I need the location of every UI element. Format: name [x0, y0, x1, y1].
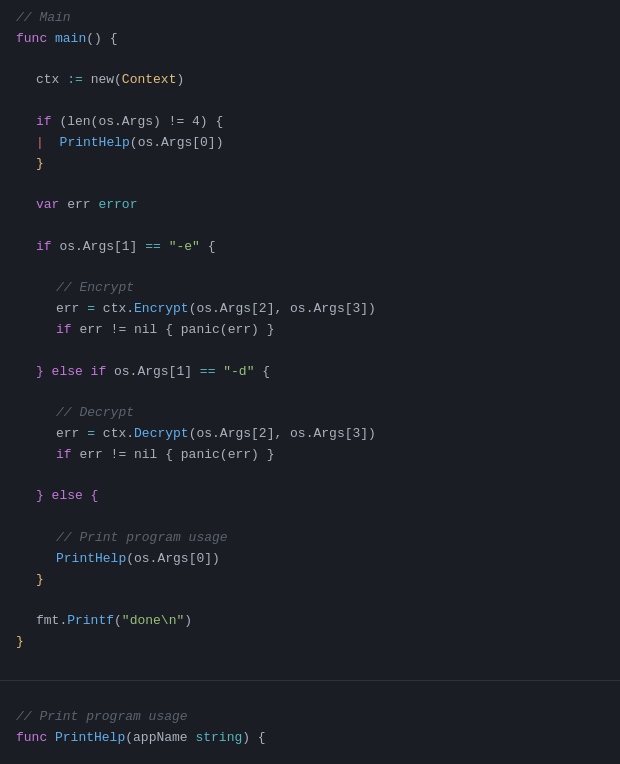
token: Printf — [67, 611, 114, 632]
token: := — [67, 70, 83, 91]
token: // Encrypt — [56, 278, 134, 299]
code-editor: // Mainfunc main() {ctx := new(Context)i… — [0, 0, 620, 764]
token: err != nil { panic(err) } — [79, 320, 274, 341]
token: os.Args[1] — [59, 237, 137, 258]
token: string — [195, 728, 242, 749]
section-divider — [0, 680, 620, 681]
token: == — [192, 362, 223, 383]
token: } else { — [36, 486, 98, 507]
token: main — [55, 29, 86, 50]
token: (os.Args[0]) — [130, 133, 224, 154]
token: PrintHelp — [55, 728, 125, 749]
code-line: err = ctx.Decrypt(os.Args[2], os.Args[3]… — [0, 424, 620, 445]
code-line: // Print program usage — [0, 707, 620, 728]
bar-indicator: | — [36, 133, 52, 154]
token: PrintHelp — [56, 549, 126, 570]
code-line: err = ctx.Encrypt(os.Args[2], os.Args[3]… — [0, 299, 620, 320]
token: fmt. — [36, 611, 67, 632]
token: (os.Args[0]) — [126, 549, 220, 570]
token: ) — [184, 611, 192, 632]
token: err — [67, 195, 98, 216]
token: "-e" — [169, 237, 200, 258]
code-line: if (len(os.Args) != 4) { — [0, 112, 620, 133]
code-line: } — [0, 632, 620, 653]
token: if — [56, 320, 79, 341]
code-line — [0, 50, 620, 71]
token: var — [36, 195, 67, 216]
code-line: PrintHelp(os.Args[0]) — [0, 549, 620, 570]
code-line — [0, 174, 620, 195]
token: ) { — [242, 728, 265, 749]
token: if — [36, 112, 59, 133]
code-line: // Main — [0, 8, 620, 29]
token: ctx. — [95, 299, 134, 320]
token: ctx. — [95, 424, 134, 445]
token: (os.Args[2], os.Args[3]) — [189, 299, 376, 320]
code-line: } else { — [0, 486, 620, 507]
code-line — [0, 749, 620, 764]
token: == — [137, 237, 168, 258]
code-line — [0, 216, 620, 237]
token: { — [200, 237, 216, 258]
code-line: // Decrypt — [0, 403, 620, 424]
token: // Decrypt — [56, 403, 134, 424]
code-line: // Encrypt — [0, 278, 620, 299]
token: { — [208, 112, 224, 133]
code-line: var err error — [0, 195, 620, 216]
token: Context — [122, 70, 177, 91]
code-line — [0, 466, 620, 487]
token: (appName — [125, 728, 195, 749]
code-line — [0, 382, 620, 403]
code-line: func main() { — [0, 29, 620, 50]
token: // Print program usage — [56, 528, 228, 549]
code-line: } — [0, 154, 620, 175]
token: { — [254, 362, 270, 383]
token: PrintHelp — [60, 133, 130, 154]
token: err — [56, 424, 87, 445]
token: ( — [114, 611, 122, 632]
code-line: } else if os.Args[1] == "-d" { — [0, 362, 620, 383]
code-line — [0, 258, 620, 279]
token: "done\n" — [122, 611, 184, 632]
token: error — [98, 195, 137, 216]
code-line: if os.Args[1] == "-e" { — [0, 237, 620, 258]
token: if — [36, 237, 59, 258]
code-line — [0, 341, 620, 362]
code-line — [0, 507, 620, 528]
token: err != nil { panic(err) } — [79, 445, 274, 466]
token: // Print program usage — [16, 707, 188, 728]
code-line — [0, 687, 620, 708]
token: } — [36, 570, 44, 591]
token: ctx — [36, 70, 67, 91]
code-line — [0, 590, 620, 611]
token: err — [56, 299, 87, 320]
token: os.Args[1] — [114, 362, 192, 383]
token: (len(os.Args) != 4) — [59, 112, 207, 133]
token: = — [87, 299, 95, 320]
token: () { — [86, 29, 117, 50]
code-line — [0, 91, 620, 112]
token: "-d" — [223, 362, 254, 383]
token: } else if — [36, 362, 114, 383]
token: Encrypt — [134, 299, 189, 320]
code-line: if err != nil { panic(err) } — [0, 445, 620, 466]
token: Decrypt — [134, 424, 189, 445]
token: (os.Args[2], os.Args[3]) — [189, 424, 376, 445]
code-line: if err != nil { panic(err) } — [0, 320, 620, 341]
token: } — [36, 154, 44, 175]
token: ) — [176, 70, 184, 91]
token: = — [87, 424, 95, 445]
token: new( — [83, 70, 122, 91]
code-line: | PrintHelp(os.Args[0]) — [0, 133, 620, 154]
token: func — [16, 29, 55, 50]
code-line: fmt.Printf("done\n") — [0, 611, 620, 632]
code-line: } — [0, 570, 620, 591]
code-line: func PrintHelp(appName string) { — [0, 728, 620, 749]
code-line — [0, 653, 620, 674]
token: // Main — [16, 8, 71, 29]
code-line: ctx := new(Context) — [0, 70, 620, 91]
code-line: // Print program usage — [0, 528, 620, 549]
token: } — [16, 632, 24, 653]
token: if — [56, 445, 79, 466]
token: func — [16, 728, 55, 749]
